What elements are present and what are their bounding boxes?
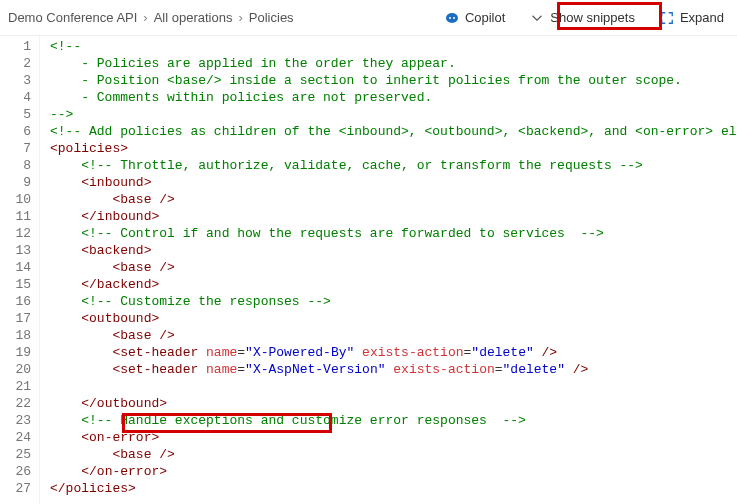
code-line[interactable]: <set-header name="X-AspNet-Version" exis…: [50, 361, 737, 378]
code-line[interactable]: - Policies are applied in the order they…: [50, 55, 737, 72]
line-number: 15: [0, 276, 31, 293]
breadcrumb-separator: ›: [238, 10, 242, 25]
line-number: 14: [0, 259, 31, 276]
line-number: 26: [0, 463, 31, 480]
code-line[interactable]: <base />: [50, 259, 737, 276]
line-number: 2: [0, 55, 31, 72]
breadcrumb-api[interactable]: Demo Conference API: [8, 10, 137, 25]
line-number: 19: [0, 344, 31, 361]
breadcrumb-separator: ›: [143, 10, 147, 25]
code-line[interactable]: <!--: [50, 38, 737, 55]
code-line[interactable]: <set-header name="X-Powered-By" exists-a…: [50, 344, 737, 361]
copilot-label: Copilot: [465, 10, 505, 25]
line-number: 27: [0, 480, 31, 497]
code-editor[interactable]: 1234567891011121314151617181920212223242…: [0, 36, 737, 504]
breadcrumb: Demo Conference API › All operations › P…: [8, 10, 439, 25]
copilot-icon: [444, 10, 460, 26]
line-number: 8: [0, 157, 31, 174]
code-line[interactable]: <outbound>: [50, 310, 737, 327]
line-number: 10: [0, 191, 31, 208]
svg-point-1: [449, 17, 451, 19]
code-line[interactable]: <base />: [50, 446, 737, 463]
line-number: 5: [0, 106, 31, 123]
code-line[interactable]: [50, 378, 737, 395]
line-number: 23: [0, 412, 31, 429]
code-line[interactable]: <!-- Throttle, authorize, validate, cach…: [50, 157, 737, 174]
line-number: 12: [0, 225, 31, 242]
annotation-highlight-snippets: [557, 2, 662, 30]
code-line[interactable]: <!-- Control if and how the requests are…: [50, 225, 737, 242]
code-line[interactable]: </inbound>: [50, 208, 737, 225]
annotation-highlight-code: [122, 413, 332, 433]
code-line[interactable]: <!-- Add policies as children of the <in…: [50, 123, 737, 140]
code-line[interactable]: <!-- Customize the responses -->: [50, 293, 737, 310]
chevron-down-icon: [529, 10, 545, 26]
line-number: 25: [0, 446, 31, 463]
code-line[interactable]: - Comments within policies are not prese…: [50, 89, 737, 106]
svg-point-2: [453, 17, 455, 19]
code-line[interactable]: </on-error>: [50, 463, 737, 480]
line-number: 16: [0, 293, 31, 310]
code-line[interactable]: <inbound>: [50, 174, 737, 191]
line-number: 11: [0, 208, 31, 225]
code-content[interactable]: <!-- - Policies are applied in the order…: [40, 36, 737, 504]
line-number: 4: [0, 89, 31, 106]
code-line[interactable]: </outbound>: [50, 395, 737, 412]
code-line[interactable]: <base />: [50, 327, 737, 344]
line-number: 22: [0, 395, 31, 412]
line-number: 20: [0, 361, 31, 378]
breadcrumb-policies: Policies: [249, 10, 294, 25]
expand-button[interactable]: Expand: [654, 7, 729, 29]
svg-point-0: [446, 13, 458, 23]
code-line[interactable]: </policies>: [50, 480, 737, 497]
line-number: 6: [0, 123, 31, 140]
line-number: 9: [0, 174, 31, 191]
line-number: 7: [0, 140, 31, 157]
line-number-gutter: 1234567891011121314151617181920212223242…: [0, 36, 40, 504]
line-number: 18: [0, 327, 31, 344]
line-number: 1: [0, 38, 31, 55]
code-line[interactable]: - Position <base/> inside a section to i…: [50, 72, 737, 89]
code-line[interactable]: -->: [50, 106, 737, 123]
expand-label: Expand: [680, 10, 724, 25]
line-number: 24: [0, 429, 31, 446]
breadcrumb-operations[interactable]: All operations: [154, 10, 233, 25]
line-number: 3: [0, 72, 31, 89]
code-line[interactable]: <base />: [50, 191, 737, 208]
code-line[interactable]: <policies>: [50, 140, 737, 157]
code-line[interactable]: <backend>: [50, 242, 737, 259]
code-line[interactable]: </backend>: [50, 276, 737, 293]
line-number: 17: [0, 310, 31, 327]
copilot-button[interactable]: Copilot: [439, 7, 510, 29]
line-number: 13: [0, 242, 31, 259]
line-number: 21: [0, 378, 31, 395]
